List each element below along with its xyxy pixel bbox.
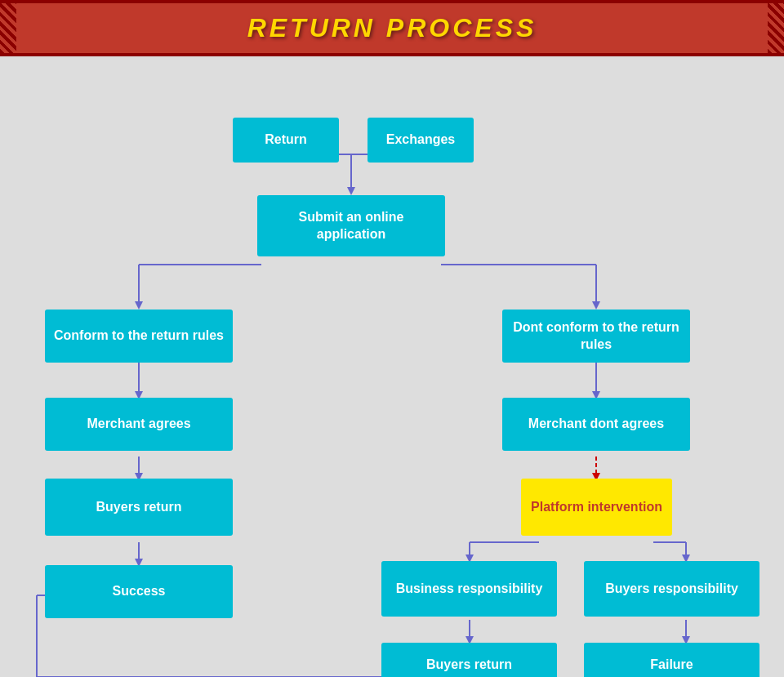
box-success: Success <box>45 565 233 618</box>
box-platform: Platform intervention <box>521 479 672 536</box>
box-return: Return <box>233 118 339 163</box>
box-merchant-not-agrees: Merchant dont agrees <box>502 398 690 451</box>
svg-marker-7 <box>135 301 143 310</box>
header: RETURN PROCESS <box>0 0 784 56</box>
box-buyers-return-right: Buyers return <box>381 643 557 677</box>
svg-marker-10 <box>592 301 600 310</box>
box-conform: Conform to the return rules <box>45 310 233 363</box>
box-failure: Failure <box>584 643 760 677</box>
box-submit: Submit an online application <box>257 195 445 256</box>
box-not-conform: Dont conform to the return rules <box>502 310 690 363</box>
box-merchant-agrees: Merchant agrees <box>45 398 233 451</box>
diagram: Return Exchanges Submit an online applic… <box>0 56 784 677</box>
box-buyers-responsibility: Buyers responsibility <box>584 561 760 617</box>
box-business-responsibility: Business responsibility <box>381 561 557 617</box>
svg-marker-2 <box>347 187 355 195</box>
box-exchanges: Exchanges <box>368 118 474 163</box>
box-buyers-return-left: Buyers return <box>45 479 233 536</box>
page-wrapper: RETURN PROCESS <box>0 0 784 677</box>
header-title: RETURN PROCESS <box>247 13 537 42</box>
